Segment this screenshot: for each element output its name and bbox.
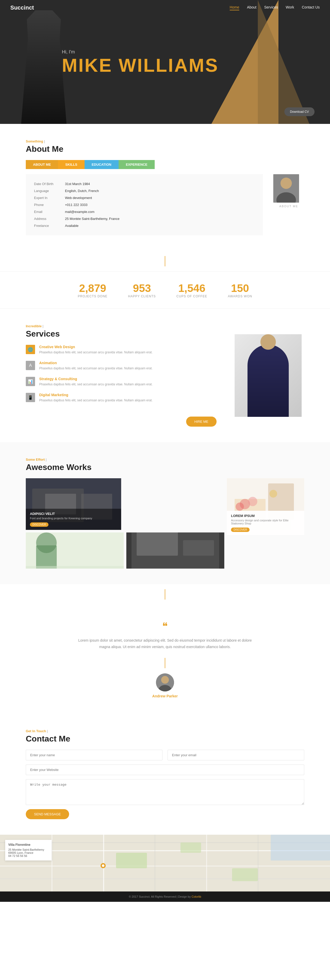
service-marketing-desc: Phasellus dapibus felis elit, sed accums… xyxy=(39,398,152,402)
tab-skills[interactable]: SKILLS xyxy=(58,160,84,169)
work-item-3 xyxy=(126,533,224,569)
table-row: Address 25 Montée Saint-Barthélemy, Fran… xyxy=(32,215,257,222)
works-left-col: ADIPISCI VELIT Font and branding project… xyxy=(26,478,224,569)
testimonial-line xyxy=(165,658,165,668)
map-card-city: 69005 Lyon, France xyxy=(8,851,48,854)
field-label-language: Language xyxy=(32,188,63,194)
field-value-address: 25 Montée Saint-Barthélemy, France xyxy=(63,215,257,222)
hero-text: Hi, I'm MIKE WILLIAMS xyxy=(62,49,219,75)
service-marketing-text: Digital Marketing Phasellus dapibus feli… xyxy=(39,393,152,402)
map-card-phone: 04 72 56 56 56 xyxy=(8,854,48,858)
message-input[interactable] xyxy=(26,779,304,805)
site-logo[interactable]: Succinct xyxy=(10,5,230,11)
table-row: Expert In Web development xyxy=(32,194,257,201)
services-list: Incredible | Services 🌐 Creative Web Des… xyxy=(26,324,217,426)
tab-experience[interactable]: EXPERIENCE xyxy=(119,160,155,169)
download-cv-button[interactable]: Download CV xyxy=(284,107,314,116)
form-row-2 xyxy=(26,765,304,775)
work-tag-4[interactable]: DISCOVER xyxy=(231,528,249,532)
nav-about[interactable]: About xyxy=(247,5,257,10)
field-label-expert: Expert In xyxy=(32,194,63,201)
hire-me-button[interactable]: HIRE ME xyxy=(186,417,217,426)
nav-work[interactable]: Work xyxy=(286,5,294,10)
marketing-icon: 📱 xyxy=(26,393,35,402)
field-label-email: Email xyxy=(32,208,63,215)
about-label: Something | xyxy=(26,139,304,143)
about-tabs: ABOUT ME SKILLS EDUCATION EXPERIENCE xyxy=(26,160,304,169)
work-desc-4: Accessory design and corporate style for… xyxy=(231,519,300,525)
svg-rect-31 xyxy=(52,835,52,891)
stat-label-awards: AWARDS WON xyxy=(228,294,252,298)
svg-point-9 xyxy=(36,533,57,553)
stat-number-awards: 150 xyxy=(228,282,252,294)
stat-label-projects: PROJECTS DONE xyxy=(78,294,108,298)
contact-title: Contact Me xyxy=(26,734,304,744)
svg-rect-37 xyxy=(181,842,201,853)
tab-education[interactable]: EDUCATION xyxy=(84,160,119,169)
svg-rect-35 xyxy=(258,835,258,891)
services-title: Services xyxy=(26,329,217,339)
clearfix: HIRE ME xyxy=(26,409,217,426)
service-marketing: 📱 Digital Marketing Phasellus dapibus fe… xyxy=(26,393,217,402)
tab-about-me[interactable]: ABOUT ME xyxy=(26,160,58,169)
stat-label-coffee: CUPS OF COFFEE xyxy=(176,294,207,298)
table-row: Language English, Dutch, French xyxy=(32,188,257,194)
stat-number-coffee: 1,546 xyxy=(176,282,207,294)
map-card-title: Villa Florentine xyxy=(8,843,48,846)
hero-name: MIKE WILLIAMS xyxy=(62,56,219,75)
work-item-2 xyxy=(26,533,124,569)
testimonial-separator xyxy=(0,584,330,605)
map-info-card: Villa Florentine 25 Montée Saint-Barthél… xyxy=(5,840,52,861)
field-label-freelance: Freelance xyxy=(32,222,63,229)
svg-rect-14 xyxy=(183,540,214,556)
services-person-photo xyxy=(235,334,301,417)
works-right-col: LOREM IPSUM Accessory design and corpora… xyxy=(227,478,304,569)
about-section: Something | About Me ABOUT ME SKILLS EDU… xyxy=(0,124,330,251)
testimonial-name: Andrew Parker xyxy=(26,694,304,698)
service-strategy: 📊 Strategy & Consulting Phasellus dapibu… xyxy=(26,377,217,387)
work-tag-1[interactable]: DISCOVER xyxy=(30,522,48,527)
footer-text: © 2017 Succinct. All Rights Reserved | D… xyxy=(129,895,191,898)
work-title-1: ADIPISCI VELIT xyxy=(30,512,117,516)
stat-projects: 2,879 PROJECTS DONE xyxy=(78,282,108,298)
work-desc-1: Font and branding projects for Kreening … xyxy=(30,517,117,520)
testimonial-avatar xyxy=(156,673,174,692)
footer-link[interactable]: Colorlib xyxy=(192,895,201,898)
works-section: Some Effort | Awesome Works ADIPISCI VEL… xyxy=(0,442,330,584)
service-web-design: 🌐 Creative Web Design Phasellus dapibus … xyxy=(26,345,217,355)
contact-form: SEND MESSAGE xyxy=(26,750,304,819)
send-message-button[interactable]: SEND MESSAGE xyxy=(26,809,69,819)
work-item-4: LOREM IPSUM Accessory design and corpora… xyxy=(227,478,304,535)
about-portrait xyxy=(273,174,299,203)
svg-rect-33 xyxy=(155,835,155,891)
about-content: Date Of Birth 31st March 1984 Language E… xyxy=(26,174,304,235)
nav-home[interactable]: Home xyxy=(230,5,239,10)
works-grid: ADIPISCI VELIT Font and branding project… xyxy=(26,478,304,569)
email-input[interactable] xyxy=(168,750,304,760)
quote-icon: ❝ xyxy=(26,620,304,632)
svg-rect-32 xyxy=(103,835,104,891)
service-animation-desc: Phasellus dapibus felis elit, sed accums… xyxy=(39,366,152,371)
field-label-phone: Phone xyxy=(32,201,63,208)
stat-clients: 953 HAPPY CLIENTS xyxy=(128,282,156,298)
works-bottom-row xyxy=(26,533,224,569)
animation-icon: A xyxy=(26,361,35,370)
work-title-4: LOREM IPSUM xyxy=(231,514,300,518)
form-row-1 xyxy=(26,750,304,760)
field-value-language: English, Dutch, French xyxy=(63,188,257,194)
navigation: Succinct Home About Services Work Contac… xyxy=(0,0,330,16)
svg-rect-13 xyxy=(136,533,178,556)
web-design-icon: 🌐 xyxy=(26,345,35,354)
website-input[interactable] xyxy=(26,765,304,775)
nav-contact[interactable]: Contact Us xyxy=(302,5,320,10)
hero-name-first: MIKE xyxy=(62,55,113,76)
name-input[interactable] xyxy=(26,750,162,760)
nav-services[interactable]: Services xyxy=(264,5,278,10)
hero-shape-2 xyxy=(258,0,309,124)
work-overlay-1: ADIPISCI VELIT Font and branding project… xyxy=(26,509,121,530)
field-value-email: mail@example.com xyxy=(63,208,257,215)
hero-name-last: WILLIAMS xyxy=(119,55,219,76)
service-marketing-title: Digital Marketing xyxy=(39,393,152,397)
svg-point-21 xyxy=(248,497,257,506)
svg-point-24 xyxy=(161,676,169,684)
